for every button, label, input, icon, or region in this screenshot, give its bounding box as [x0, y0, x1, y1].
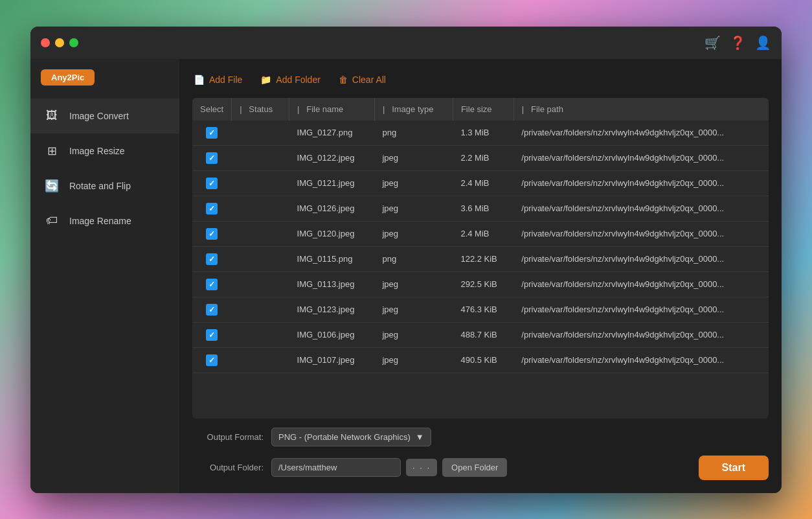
- row-checkbox-cell[interactable]: [192, 271, 232, 297]
- row-status: [232, 221, 289, 246]
- table-row: IMG_0115.png png 122.2 KiB /private/var/…: [192, 246, 769, 271]
- row-filepath: /private/var/folders/nz/xrvlwyln4w9dgkhv…: [513, 170, 769, 196]
- checkbox[interactable]: [206, 329, 218, 341]
- maximize-button[interactable]: [69, 38, 78, 47]
- table-row: IMG_0123.jpeg jpeg 476.3 KiB /private/va…: [192, 297, 769, 322]
- start-button[interactable]: Start: [699, 456, 769, 480]
- row-filename: IMG_0123.jpeg: [289, 297, 375, 322]
- sidebar-item-image-convert[interactable]: 🖼 Image Convert: [30, 98, 179, 133]
- sidebar-item-label: Rotate and Flip: [69, 181, 131, 191]
- row-checkbox-cell[interactable]: [192, 297, 232, 322]
- main-content: Any2Pic 🖼 Image Convert ⊞ Image Resize 🔄…: [30, 59, 782, 493]
- checkbox[interactable]: [206, 203, 218, 214]
- clear-all-button[interactable]: 🗑 Clear All: [337, 72, 387, 87]
- row-filename: IMG_0120.jpeg: [289, 221, 375, 246]
- checkbox[interactable]: [206, 304, 218, 316]
- image-rename-icon: 🏷: [43, 213, 60, 229]
- add-folder-label: Add Folder: [276, 75, 320, 85]
- user-icon[interactable]: 👤: [755, 35, 771, 51]
- sidebar: Any2Pic 🖼 Image Convert ⊞ Image Resize 🔄…: [30, 59, 179, 493]
- row-checkbox-cell[interactable]: [192, 145, 232, 170]
- add-file-label: Add File: [209, 75, 242, 85]
- row-checkbox-cell[interactable]: [192, 322, 232, 347]
- browse-button[interactable]: · · ·: [406, 459, 437, 476]
- file-table-wrapper[interactable]: Select | Status | File name | Image type…: [192, 98, 769, 419]
- col-status: | Status: [232, 98, 289, 121]
- row-filepath: /private/var/folders/nz/xrvlwyln4w9dgkhv…: [513, 221, 769, 246]
- table-row: IMG_0127.png png 1.3 MiB /private/var/fo…: [192, 121, 769, 146]
- row-checkbox-cell[interactable]: [192, 221, 232, 246]
- sidebar-item-label: Image Resize: [69, 146, 125, 156]
- add-folder-button[interactable]: 📁 Add Folder: [259, 72, 321, 87]
- row-filename: IMG_0127.png: [289, 121, 375, 146]
- checkbox[interactable]: [206, 127, 218, 139]
- minimize-button[interactable]: [55, 38, 64, 47]
- row-status: [232, 196, 289, 221]
- row-filepath: /private/var/folders/nz/xrvlwyln4w9dgkhv…: [513, 145, 769, 170]
- col-filepath: | File path: [513, 98, 769, 121]
- checkbox[interactable]: [206, 228, 218, 240]
- output-folder-input[interactable]: [271, 458, 401, 477]
- content-area: 📄 Add File 📁 Add Folder 🗑 Clear All: [179, 59, 782, 493]
- row-imagetype: jpeg: [374, 196, 453, 221]
- row-status: [232, 297, 289, 322]
- row-filepath: /private/var/folders/nz/xrvlwyln4w9dgkhv…: [513, 121, 769, 146]
- row-filesize: 122.2 KiB: [453, 246, 513, 271]
- checkbox[interactable]: [206, 152, 218, 164]
- table-header-row: Select | Status | File name | Image type…: [192, 98, 769, 121]
- table-row: IMG_0120.jpeg jpeg 2.4 MiB /private/var/…: [192, 221, 769, 246]
- trash-icon: 🗑: [339, 75, 348, 85]
- row-filename: IMG_0115.png: [289, 246, 375, 271]
- row-filesize: 3.6 MiB: [453, 196, 513, 221]
- row-filename: IMG_0107.jpeg: [289, 347, 375, 373]
- row-filepath: /private/var/folders/nz/xrvlwyln4w9dgkhv…: [513, 246, 769, 271]
- col-filename: | File name: [289, 98, 375, 121]
- row-imagetype: jpeg: [374, 271, 453, 297]
- help-icon[interactable]: ❓: [730, 35, 746, 51]
- row-imagetype: jpeg: [374, 297, 453, 322]
- row-checkbox-cell[interactable]: [192, 347, 232, 373]
- folder-input-group: · · · Open Folder: [271, 458, 507, 477]
- add-file-icon: 📄: [194, 75, 205, 85]
- row-filename: IMG_0121.jpeg: [289, 170, 375, 196]
- row-filesize: 2.2 MiB: [453, 145, 513, 170]
- sidebar-item-label: Image Rename: [69, 216, 131, 226]
- format-select-value: PNG - (Portable Network Graphics): [278, 432, 411, 442]
- app-window: 🛒 ❓ 👤 Any2Pic 🖼 Image Convert ⊞ Image Re…: [30, 27, 782, 493]
- row-imagetype: jpeg: [374, 347, 453, 373]
- add-file-button[interactable]: 📄 Add File: [192, 72, 243, 87]
- folder-row: Output Folder: · · · Open Folder: [192, 458, 507, 477]
- open-folder-button[interactable]: Open Folder: [442, 458, 507, 477]
- checkbox[interactable]: [206, 354, 218, 366]
- toolbar: 📄 Add File 📁 Add Folder 🗑 Clear All: [192, 72, 769, 87]
- row-checkbox-cell[interactable]: [192, 196, 232, 221]
- checkbox[interactable]: [206, 279, 218, 290]
- row-filepath: /private/var/folders/nz/xrvlwyln4w9dgkhv…: [513, 297, 769, 322]
- close-button[interactable]: [41, 38, 50, 47]
- bottom-actions: Output Folder: · · · Open Folder Start: [192, 456, 769, 480]
- row-checkbox-cell[interactable]: [192, 246, 232, 271]
- row-filename: IMG_0106.jpeg: [289, 322, 375, 347]
- chevron-down-icon: ▼: [416, 432, 424, 442]
- row-checkbox-cell[interactable]: [192, 121, 232, 146]
- row-imagetype: jpeg: [374, 170, 453, 196]
- sidebar-item-image-resize[interactable]: ⊞ Image Resize: [30, 133, 179, 168]
- sidebar-item-rotate-flip[interactable]: 🔄 Rotate and Flip: [30, 168, 179, 203]
- titlebar: 🛒 ❓ 👤: [30, 27, 782, 59]
- sidebar-item-image-rename[interactable]: 🏷 Image Rename: [30, 203, 179, 238]
- row-status: [232, 145, 289, 170]
- row-checkbox-cell[interactable]: [192, 170, 232, 196]
- table-row: IMG_0107.jpeg jpeg 490.5 KiB /private/va…: [192, 347, 769, 373]
- app-logo[interactable]: Any2Pic: [41, 69, 95, 86]
- checkbox[interactable]: [206, 253, 218, 265]
- format-select[interactable]: PNG - (Portable Network Graphics) ▼: [271, 428, 431, 446]
- row-filesize: 1.3 MiB: [453, 121, 513, 146]
- cart-icon[interactable]: 🛒: [705, 35, 721, 51]
- row-status: [232, 246, 289, 271]
- add-folder-icon: 📁: [260, 75, 271, 85]
- footer-area: Output Format: PNG - (Portable Network G…: [192, 428, 769, 480]
- sidebar-item-label: Image Convert: [69, 111, 129, 121]
- col-select: Select: [192, 98, 232, 121]
- row-status: [232, 121, 289, 146]
- checkbox[interactable]: [206, 178, 218, 189]
